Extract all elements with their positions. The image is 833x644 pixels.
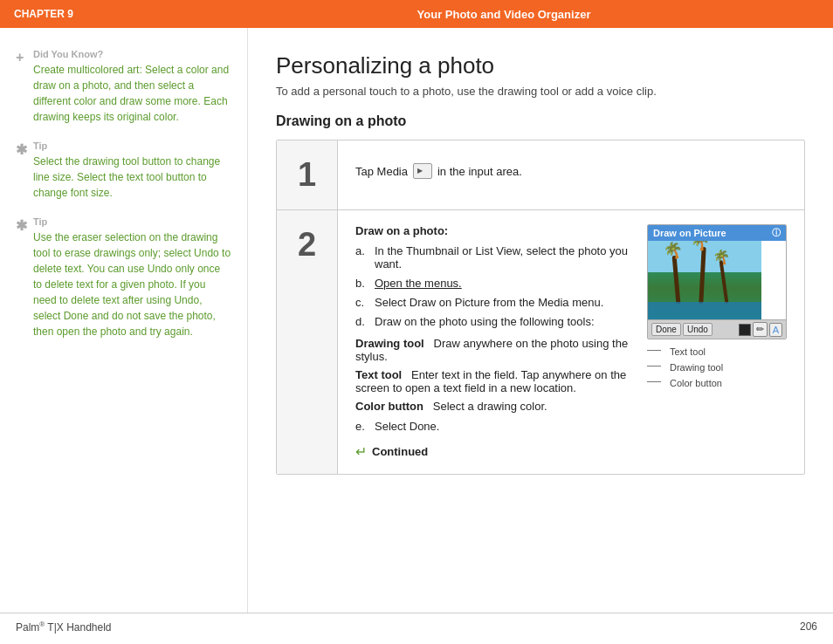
callout-label-drawing-tool: Drawing tool xyxy=(664,362,723,373)
sidebar-item-tip-2: ✱ Tip Use the eraser selection on the dr… xyxy=(16,216,231,339)
step-1: 1 Tap Media in the input area. xyxy=(277,140,804,210)
content: Personalizing a photo To add a personal … xyxy=(248,28,833,613)
media-icon xyxy=(413,163,432,179)
step-2-layout: Draw on a photo: a. In the Thumbnail or … xyxy=(355,224,787,460)
sidebar: + Did You Know? Create multicolored art:… xyxy=(0,28,248,613)
palm-leaves-2: 🌴 xyxy=(689,241,710,252)
sidebar-label-1: Did You Know? xyxy=(33,49,231,59)
list-item-b: b. Open the menus. xyxy=(355,277,633,290)
header-chapter: CHAPTER 9 xyxy=(14,8,189,20)
continued-text: Continued xyxy=(372,445,428,458)
callout-drawing-tool: Drawing tool xyxy=(647,359,787,373)
tap-media-text: Tap Media xyxy=(355,165,408,178)
draw-preview-window: Draw on Picture ⓘ 🌴 xyxy=(647,224,787,339)
draw-preview-image: 🌴 🌴 🌴 xyxy=(648,241,761,319)
sidebar-text-2: Select the drawing tool button to change… xyxy=(33,154,231,201)
continued-arrow-icon: ↵ xyxy=(355,443,367,460)
list-item-e: e. Select Done. xyxy=(355,420,633,433)
tool-row-drawing: Drawing tool Draw anywhere on the photo … xyxy=(355,337,633,363)
ocean xyxy=(648,302,761,319)
list-item-c: c. Select Draw on Picture from the Media… xyxy=(355,296,633,309)
text-tool-btn[interactable]: A xyxy=(769,323,782,337)
sidebar-text-3: Use the eraser selection on the drawing … xyxy=(33,230,231,339)
list-item-d: d. Draw on the photo using the following… xyxy=(355,315,633,328)
list-letter-b: b. xyxy=(355,277,369,290)
list-letter-d: d. xyxy=(355,315,369,328)
palm-trunk-2 xyxy=(699,247,706,304)
sidebar-label-2: Tip xyxy=(33,140,231,151)
list-text-d: Draw on the photo using the following to… xyxy=(375,315,595,328)
step-2-text: Draw on a photo: a. In the Thumbnail or … xyxy=(355,224,633,460)
callout-dash-1 xyxy=(647,350,661,351)
plus-icon: + xyxy=(16,50,24,65)
callout-label-text-tool: Text tool xyxy=(664,346,706,357)
callout-color-button: Color button xyxy=(647,374,787,388)
color-button-desc: Select a drawing color. xyxy=(427,400,547,413)
list-text-a: In the Thumbnail or List View, select th… xyxy=(375,244,633,271)
done-button[interactable]: Done xyxy=(651,323,681,336)
sidebar-text-1: Create multicolored art: Select a color … xyxy=(33,62,231,125)
tool-row-color: Color button Select a drawing color. xyxy=(355,400,633,413)
palm-leaves-3: 🌴 xyxy=(712,248,731,266)
list-item-a: a. In the Thumbnail or List View, select… xyxy=(355,244,633,271)
list-letter-a: a. xyxy=(355,244,369,271)
sidebar-item-did-you-know: + Did You Know? Create multicolored art:… xyxy=(16,49,231,125)
main-layout: + Did You Know? Create multicolored art:… xyxy=(0,28,833,613)
draw-preview-titlebar: Draw on Picture ⓘ xyxy=(648,225,786,241)
undo-button[interactable]: Undo xyxy=(683,323,713,336)
sidebar-item-tip-1: ✱ Tip Select the drawing tool button to … xyxy=(16,140,231,201)
in-input-area-text: in the input area. xyxy=(437,165,522,178)
footer-brand: Palm® T|X Handheld xyxy=(16,620,112,634)
footer-page-number: 206 xyxy=(800,620,817,634)
draw-preview-toolbar: Done Undo ✏ A xyxy=(648,319,786,339)
header: CHAPTER 9 Your Photo and Video Organizer xyxy=(0,0,833,28)
tool-section: Drawing tool Draw anywhere on the photo … xyxy=(355,337,633,413)
step-2-content: Draw on a photo: a. In the Thumbnail or … xyxy=(338,210,804,474)
tool-row-text: Text tool Enter text in the field. Tap a… xyxy=(355,368,633,394)
callout-dash-2 xyxy=(647,366,661,367)
sidebar-label-3: Tip xyxy=(33,216,231,227)
continued-row: ↵ Continued xyxy=(355,443,633,460)
list-letter-c: c. xyxy=(355,296,369,309)
footer: Palm® T|X Handheld 206 xyxy=(0,613,833,641)
list-text-e: Select Done. xyxy=(375,420,439,433)
draw-preview-title: Draw on Picture xyxy=(653,228,726,238)
section-title: Drawing on a photo xyxy=(276,113,805,129)
list-text-b: Open the menus. xyxy=(375,277,462,290)
step-1-content: Tap Media in the input area. xyxy=(338,140,804,209)
palm-trunk-1 xyxy=(672,256,681,304)
info-icon: ⓘ xyxy=(772,227,781,239)
drawing-tool-label: Drawing tool xyxy=(355,337,424,350)
palm-trunk-3 xyxy=(719,260,729,304)
draw-preview-panel: Draw on Picture ⓘ 🌴 xyxy=(647,224,787,460)
step-2: 2 Draw on a photo: a. In the Thumbnail o… xyxy=(277,210,804,474)
page-title: Personalizing a photo xyxy=(276,52,805,79)
list-letter-e: e. xyxy=(355,420,369,433)
palm-leaves-1: 🌴 xyxy=(662,241,684,262)
draw-on-photo-intro: Draw on a photo: xyxy=(355,224,633,237)
pen-tool-btn[interactable]: ✏ xyxy=(753,322,768,337)
registered-mark: ® xyxy=(39,620,45,628)
text-tool-label: Text tool xyxy=(355,368,402,381)
step-1-text: Tap Media in the input area. xyxy=(355,154,787,179)
callout-text-tool: Text tool xyxy=(647,343,787,357)
color-button-label: Color button xyxy=(355,400,423,413)
list-text-c: Select Draw on Picture from the Media me… xyxy=(375,296,603,309)
callout-dash-3 xyxy=(647,381,661,382)
color-swatch[interactable] xyxy=(739,324,751,336)
page-subtitle: To add a personal touch to a photo, use … xyxy=(276,85,805,98)
asterisk-icon-2: ✱ xyxy=(16,217,27,234)
callout-label-color-button: Color button xyxy=(664,378,722,388)
steps-container: 1 Tap Media in the input area. 2 xyxy=(276,140,805,475)
step-number-2: 2 xyxy=(277,210,338,474)
callouts: Text tool Drawing tool Color button xyxy=(647,343,787,388)
step-number-1: 1 xyxy=(277,140,338,209)
header-title: Your Photo and Video Organizer xyxy=(189,8,819,21)
asterisk-icon-1: ✱ xyxy=(16,141,27,158)
